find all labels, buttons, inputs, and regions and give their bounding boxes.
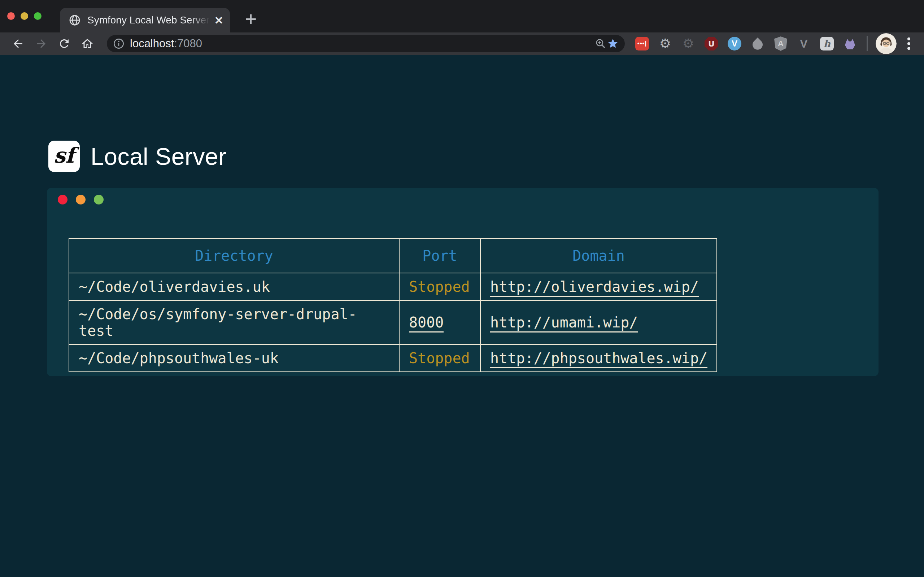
directory-cell: ~/Code/os/symfony-server-drupal-test (69, 300, 399, 344)
extensions-bar: •••|⚙⚙UVAVh (635, 36, 857, 51)
domain-cell: http://umami.wip/ (480, 300, 717, 344)
panel-dot-orange (76, 195, 86, 205)
new-tab-button[interactable]: + (236, 5, 265, 32)
directory-column-header: Directory (69, 239, 399, 273)
page-content: sf Local Server Directory Port Domain ~/… (0, 55, 924, 577)
browser-menu-kebab-icon[interactable] (900, 34, 918, 54)
domain-cell: http://oliverdavies.wip/ (480, 273, 717, 300)
browser-toolbar: localhost :7080 •••|⚙⚙UVAVh (0, 32, 924, 55)
symfony-logo-icon: sf (48, 141, 80, 172)
domain-link[interactable]: http://umami.wip/ (490, 314, 638, 332)
gear-dim-extension-icon[interactable]: ⚙ (681, 36, 696, 51)
url-host: localhost (130, 37, 174, 50)
port-cell: Stopped (399, 344, 480, 372)
brand-header: sf Local Server (48, 141, 227, 172)
site-info-icon[interactable] (113, 37, 125, 50)
table-header-row: Directory Port Domain (69, 239, 717, 273)
forward-button (30, 34, 53, 54)
profile-avatar[interactable] (876, 33, 897, 54)
domain-cell: http://phpsouthwales.wip/ (480, 344, 717, 372)
page-title: Local Server (90, 143, 227, 170)
directory-cell: ~/Code/oliverdavies.uk (69, 273, 399, 300)
password-manager-extension-icon[interactable]: •••| (635, 36, 649, 51)
toolbar-divider (867, 36, 868, 51)
port-status-stopped: Stopped (409, 350, 470, 366)
port-link[interactable]: 8000 (409, 314, 444, 332)
honey-extension-icon[interactable]: h (820, 36, 834, 51)
vue-extension-icon[interactable]: V (796, 36, 811, 51)
panel-window-dots (58, 195, 103, 205)
reload-button[interactable] (53, 34, 76, 54)
window-zoom-button[interactable] (34, 12, 42, 20)
window-close-button[interactable] (7, 12, 15, 20)
window-minimize-button[interactable] (21, 12, 28, 20)
vimium-extension-icon[interactable]: V (727, 36, 742, 51)
terminal-panel: Directory Port Domain ~/Code/oliverdavie… (47, 188, 879, 376)
back-button[interactable] (6, 34, 30, 54)
tab-strip: Symfony Local Web Server: Prox ✕ + (0, 0, 924, 32)
port-status-stopped: Stopped (409, 279, 470, 295)
zoom-icon[interactable] (594, 37, 607, 50)
server-row: ~/Code/phpsouthwales-ukStoppedhttp://php… (69, 344, 717, 372)
tab-close-icon[interactable]: ✕ (215, 14, 223, 27)
port-cell: Stopped (399, 273, 480, 300)
browser-tab[interactable]: Symfony Local Web Server: Prox ✕ (60, 8, 230, 32)
address-bar[interactable]: localhost :7080 (107, 35, 625, 52)
server-row: ~/Code/os/symfony-server-drupal-test8000… (69, 300, 717, 344)
gear-extension-icon[interactable]: ⚙ (658, 36, 672, 51)
panel-dot-red (58, 195, 68, 205)
drupal-extension-icon[interactable] (750, 36, 765, 51)
window-controls (7, 12, 42, 20)
home-button[interactable] (76, 34, 99, 54)
servers-table: Directory Port Domain ~/Code/oliverdavie… (69, 238, 717, 372)
bookmark-star-icon[interactable] (607, 37, 619, 50)
url-port: :7080 (174, 37, 202, 50)
domain-link[interactable]: http://phpsouthwales.wip/ (490, 350, 708, 368)
globe-favicon-icon (69, 14, 81, 26)
angular-shield-extension-icon[interactable]: A (774, 36, 788, 51)
server-row: ~/Code/oliverdavies.ukStoppedhttp://oliv… (69, 273, 717, 300)
domain-column-header: Domain (480, 239, 717, 273)
tab-title: Symfony Local Web Server: Prox (87, 15, 212, 26)
panel-dot-green (94, 195, 103, 205)
domain-link[interactable]: http://oliverdavies.wip/ (490, 279, 699, 297)
port-column-header: Port (399, 239, 480, 273)
directory-cell: ~/Code/phpsouthwales-uk (69, 344, 399, 372)
port-cell: 8000 (399, 300, 480, 344)
octocat-extension-icon[interactable] (843, 36, 857, 51)
ublock-extension-icon[interactable]: U (704, 36, 719, 51)
